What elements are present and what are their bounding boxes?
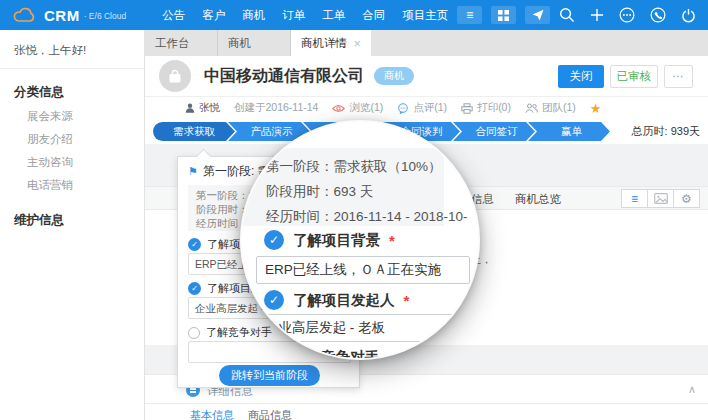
list-view-icon: ≡ (631, 192, 638, 206)
bottom-tabs: 基本信息 商品信息 (145, 404, 708, 420)
reviewed-button[interactable]: 已审核 (610, 65, 658, 88)
record-header: 中国移动通信有限公司 商机 关闭 已审核 ⋯ (145, 56, 708, 97)
tab-product-info[interactable]: 商品信息 (248, 408, 292, 420)
magnified-checklist-item-1: ✓ 了解项目背景 * (264, 230, 480, 250)
favorite-star-icon[interactable]: ★ (590, 101, 602, 116)
more-circle-icon[interactable] (619, 7, 635, 23)
image-icon (654, 193, 668, 204)
total-duration: 总历时: 939天 (632, 124, 708, 139)
record-meta: 张悦 创建于2016-11-14 浏览(1) 点评(1) 打印(0) 团队(1)… (145, 97, 708, 119)
hamburger-menu-icon[interactable]: ≡ (457, 6, 482, 24)
phone-icon[interactable] (650, 7, 666, 23)
settings-button[interactable]: ⚙ (673, 189, 700, 208)
sidebar-item-exhibition-source[interactable]: 展会来源 (27, 105, 144, 128)
menu-project-home[interactable]: 项目主页 (402, 8, 448, 23)
plus-icon[interactable] (590, 8, 604, 22)
view-switcher: ≡ ⚙ (622, 189, 700, 208)
tab-opportunity-detail[interactable]: 商机详情 × (291, 30, 371, 56)
checkbox-checked-icon[interactable]: ✓ (188, 238, 201, 251)
views-counter[interactable]: 浏览(1) (332, 101, 383, 115)
tab-workbench-label: 工作台 (155, 36, 190, 51)
tab-opportunity[interactable]: 商机 (218, 30, 291, 56)
gear-icon: ⚙ (681, 192, 692, 206)
record-type-badge: 商机 (374, 67, 414, 85)
tab-workbench[interactable]: 工作台 (145, 30, 218, 56)
more-actions-button[interactable]: ⋯ (664, 65, 693, 88)
magnified-input-1[interactable]: ERP已经上线，ＯＡ正在实施 (256, 256, 470, 284)
magnified-checklist-item-2: ✓ 了解项目发起人 * (264, 290, 480, 310)
list-view-button[interactable]: ≡ (621, 189, 648, 208)
team-icon (525, 103, 538, 113)
collapse-chevron-icon[interactable]: ∧ (688, 383, 696, 396)
sidebar-section-classification[interactable]: 分类信息 (14, 84, 144, 101)
jump-to-current-stage-button[interactable]: 跳转到当前阶段 (219, 365, 320, 386)
eye-icon (332, 104, 345, 113)
team-counter[interactable]: 团队(1) (525, 101, 576, 115)
header-buttons: 关闭 已审核 ⋯ (558, 65, 693, 88)
magnified-line2: 阶段用时：693 天 (266, 179, 468, 204)
stage-demand-acquisition[interactable]: 需求获取 (153, 122, 235, 141)
power-icon[interactable] (681, 8, 696, 23)
comments-counter[interactable]: 点评(1) (397, 101, 447, 115)
checkbox-unchecked-icon[interactable] (188, 327, 200, 339)
brand-name: CRM (44, 7, 80, 24)
topbar-actions (559, 7, 696, 23)
tab-opportunity-label: 商机 (228, 36, 251, 51)
grid-apps-icon[interactable] (491, 6, 516, 24)
topbar: CRM · E/6 Cloud 公告 客户 商机 订单 工单 合同 项目主页 ≡ (0, 0, 708, 30)
checkbox-checked-icon[interactable]: ✓ (188, 282, 201, 295)
close-button[interactable]: 关闭 (558, 65, 604, 88)
main-menu: 公告 客户 商机 订单 工单 合同 项目主页 (162, 8, 448, 23)
cloud-logo-icon (12, 7, 38, 23)
menu-workorder[interactable]: 工单 (322, 8, 345, 23)
menu-contract[interactable]: 合同 (362, 8, 385, 23)
flag-icon: ⚑ (188, 165, 198, 177)
greeting-text: 张悦，上午好! (0, 30, 144, 69)
owner[interactable]: 张悦 (185, 101, 220, 115)
person-icon (185, 103, 195, 113)
magnified-line1: 第一阶段：需求获取（10%） (266, 154, 468, 179)
checkbox-checked-icon[interactable]: ✓ (264, 290, 284, 310)
brand-suffix: · E/6 Cloud (84, 11, 127, 21)
sidebar-item-telemarketing[interactable]: 电话营销 (27, 174, 144, 197)
created-date: 创建于2016-11-14 (234, 101, 318, 115)
menu-customer[interactable]: 客户 (202, 8, 225, 23)
magnified-line3: 经历时间：2016-11-14 - 2018-10- (266, 204, 468, 229)
printer-icon (461, 103, 473, 114)
tab-opportunity-detail-label: 商机详情 (301, 36, 347, 51)
print-counter[interactable]: 打印(0) (461, 101, 511, 115)
tab-basic-info[interactable]: 基本信息 (190, 408, 234, 420)
crm-app-window: CRM · E/6 Cloud 公告 客户 商机 订单 工单 合同 项目主页 ≡ (0, 0, 708, 420)
menu-order[interactable]: 订单 (282, 8, 305, 23)
page-title: 中国移动通信有限公司 (204, 66, 364, 87)
search-icon[interactable] (559, 7, 575, 23)
menu-announcement[interactable]: 公告 (162, 8, 185, 23)
tabbar: 工作台 商机 商机详情 × (145, 30, 708, 56)
magnifier-glass: 第一阶段：需求获取（10%） 阶段用时：693 天 经历时间：2016-11-1… (240, 120, 480, 360)
briefcase-avatar-icon (159, 60, 191, 92)
sidebar-section-maintenance[interactable]: 维护信息 (14, 212, 144, 229)
magnified-summary-text: 第一阶段：需求获取（10%） 阶段用时：693 天 经历时间：2016-11-1… (266, 154, 468, 229)
stage-won[interactable]: 赢单 (528, 122, 610, 141)
send-icon[interactable] (525, 6, 550, 24)
menu-opportunity[interactable]: 商机 (242, 8, 265, 23)
checkbox-checked-icon[interactable]: ✓ (264, 230, 284, 250)
stage-contract-signing[interactable]: 合同签订 (453, 122, 535, 141)
sidebar-item-proactive-inquiry[interactable]: 主动咨询 (27, 151, 144, 174)
close-tab-icon[interactable]: × (353, 37, 361, 50)
tab-opportunity-overview[interactable]: 商机总览 (515, 192, 561, 207)
sidebar-item-friend-referral[interactable]: 朋友介绍 (27, 128, 144, 151)
comment-icon (397, 103, 409, 114)
image-view-button[interactable] (647, 189, 674, 208)
sidebar: 张悦，上午好! 分类信息 展会来源 朋友介绍 主动咨询 电话营销 维护信息 (0, 30, 145, 420)
